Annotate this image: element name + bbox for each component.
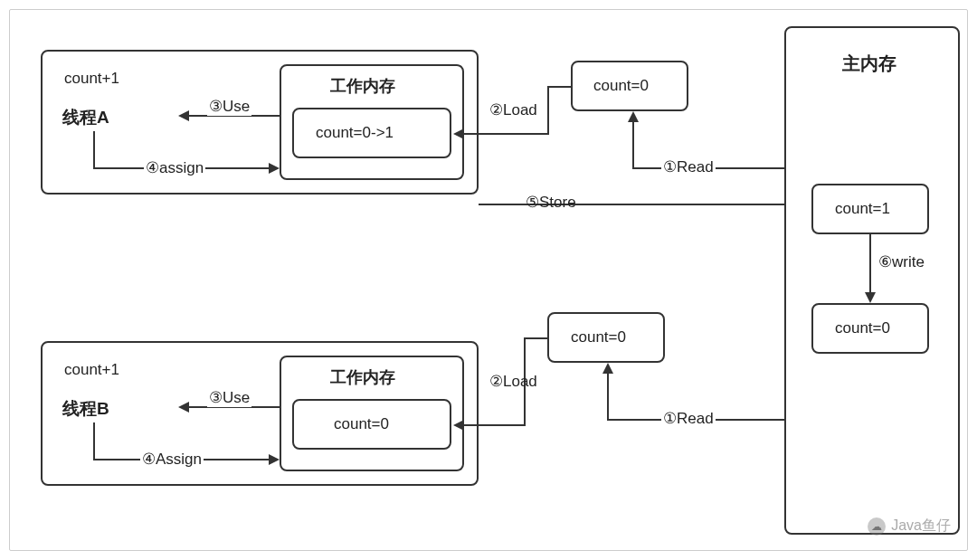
temp-label-b: count=0 — [571, 328, 626, 346]
label-write: ⑥write — [878, 252, 925, 271]
arrowhead-load-a — [453, 128, 464, 139]
main-mem-title: 主内存 — [842, 52, 896, 76]
arrowhead-use-b — [178, 402, 189, 413]
arrow-load-a-h1 — [547, 86, 571, 88]
arrowhead-write — [865, 292, 876, 303]
thread-b-workmem-value: count=0 — [334, 415, 389, 433]
label-read-b: ①Read — [661, 409, 716, 428]
label-load-b: ②Load — [489, 372, 537, 391]
label-use-b: ③Use — [207, 388, 251, 407]
label-assign-b: ④Assign — [140, 450, 204, 469]
watermark-text: Java鱼仔 — [891, 517, 951, 536]
thread-a-workmem-title: 工作内存 — [330, 75, 395, 97]
thread-a-workmem-value: count=0->1 — [316, 124, 394, 142]
label-load-a: ②Load — [489, 100, 537, 119]
arrow-load-a-h2 — [464, 133, 549, 135]
main-mem-box — [784, 26, 960, 535]
label-read-a: ①Read — [661, 157, 716, 176]
arrowhead-use-a — [178, 110, 189, 121]
arrow-read-a-v — [632, 122, 634, 169]
arrow-assign-b-v — [93, 422, 95, 460]
thread-b-workmem-title: 工作内存 — [330, 366, 395, 388]
arrow-load-a-v — [547, 86, 549, 135]
arrowhead-read-a — [628, 111, 639, 122]
arrow-assign-a-v — [93, 131, 95, 169]
thread-b-expr: count+1 — [64, 361, 119, 379]
watermark: ☁ Java鱼仔 — [868, 517, 951, 536]
label-assign-a: ④assign — [144, 158, 205, 177]
label-store: ⑤Store — [526, 193, 576, 212]
temp-label-a: count=0 — [593, 77, 649, 95]
label-use-a: ③Use — [207, 97, 251, 116]
thread-a-expr: count+1 — [64, 70, 119, 88]
arrow-load-b-h1 — [524, 337, 547, 339]
arrowhead-assign-b — [269, 454, 280, 465]
arrow-write-v — [869, 234, 871, 292]
arrowhead-assign-a — [269, 163, 280, 174]
arrowhead-load-b — [453, 420, 464, 431]
arrow-read-b-v — [607, 374, 609, 421]
thread-a-name: 线程A — [62, 106, 109, 129]
main-mem-val1: count=1 — [835, 200, 890, 218]
wechat-icon: ☁ — [868, 517, 886, 536]
diagram-canvas: count+1 线程A 工作内存 count=0->1 ③Use ④assign… — [9, 9, 968, 551]
thread-b-name: 线程B — [62, 397, 109, 421]
arrow-load-b-h2 — [464, 424, 526, 426]
main-mem-val2: count=0 — [835, 319, 890, 337]
arrowhead-read-b — [602, 363, 613, 374]
